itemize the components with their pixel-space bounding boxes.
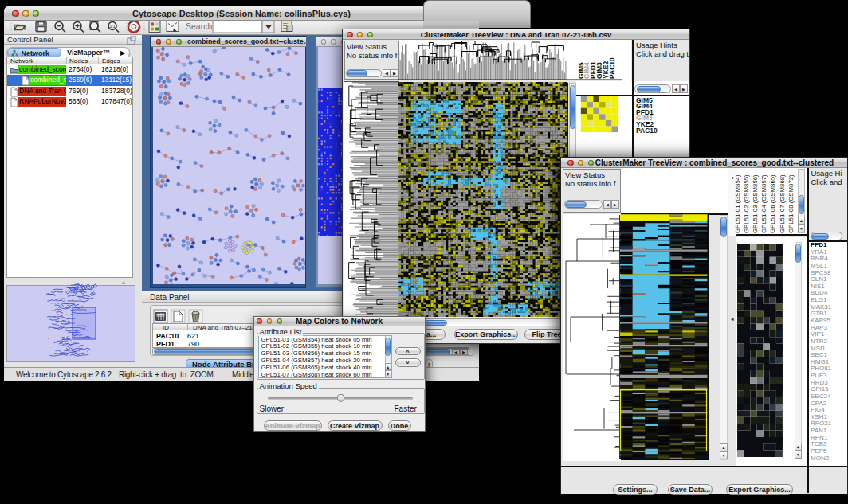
svg-text:GPL51-06 (GSM865): GPL51-06 (GSM865) <box>769 174 776 233</box>
svg-text:GPL51-02 (GSM855): GPL51-02 (GSM855) <box>743 174 750 233</box>
svg-text:GPL51-08 (GSM872): GPL51-08 (GSM872) <box>787 174 795 233</box>
svg-text:GPL51-07 (GSM868): GPL51-07 (GSM868) <box>779 174 786 233</box>
svg-text:GPL51-04 (GSM857): GPL51-04 (GSM857) <box>760 174 768 233</box>
svg-text:GPL51-03 (GSM856): GPL51-03 (GSM856) <box>752 174 759 233</box>
svg-text:GPL51-01 (GSM854): GPL51-01 (GSM854) <box>734 174 741 233</box>
